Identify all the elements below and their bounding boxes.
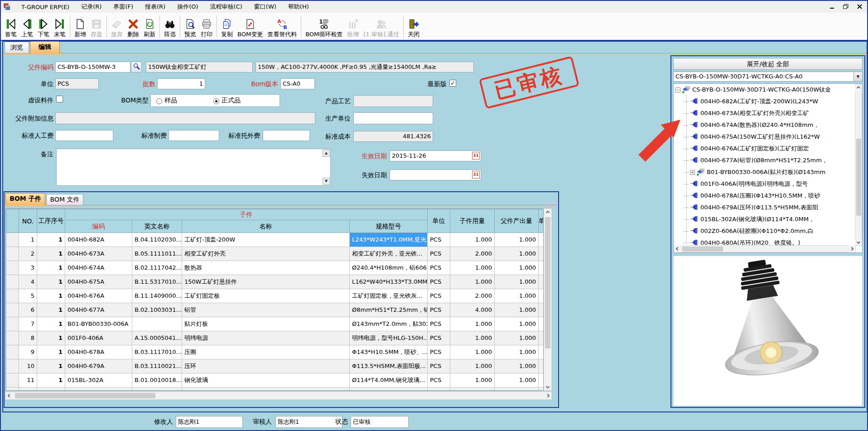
- tree-item[interactable]: 004H0-677A(铝管)(Ø8mm*H51*T2.25mm，: [674, 155, 855, 166]
- table-cell[interactable]: 压环: [182, 359, 350, 373]
- toolbar-button[interactable]: 打印: [198, 14, 215, 40]
- scroll-left-button[interactable]: [674, 245, 681, 252]
- table-cell[interactable]: [539, 373, 544, 387]
- table-cell[interactable]: 2.000: [450, 247, 495, 261]
- toolbar-button[interactable]: 下笔: [35, 14, 52, 40]
- table-cell[interactable]: 004H0-677A: [65, 303, 132, 317]
- table-cell[interactable]: 4: [19, 275, 37, 289]
- calendar-icon[interactable]: 31: [472, 152, 480, 160]
- table-cell[interactable]: B.04.1102030...: [132, 233, 182, 247]
- table-cell[interactable]: 压圈: [182, 345, 350, 359]
- table-cell[interactable]: 1.000: [450, 233, 495, 247]
- virtual-part-checkbox[interactable]: [56, 96, 63, 102]
- table-cell[interactable]: 150W工矿灯悬挂件: [182, 275, 350, 289]
- table-cell[interactable]: Φ110*Φ2.0，白色硅胶...: [350, 387, 428, 391]
- scroll-up-button[interactable]: [855, 84, 862, 92]
- table-cell[interactable]: 5: [19, 289, 37, 303]
- table-cell[interactable]: L162*W40*H133*T3.0MM,...: [350, 275, 428, 289]
- col-header-code[interactable]: 编码: [65, 220, 132, 233]
- menu-item[interactable]: 操作(O): [171, 1, 204, 13]
- table-cell[interactable]: 散热器: [182, 261, 350, 275]
- menu-item[interactable]: 记录(R): [75, 1, 107, 13]
- table-cell[interactable]: 铝管: [182, 303, 350, 317]
- table-cell[interactable]: 1: [37, 345, 65, 359]
- table-cell[interactable]: 4.000: [450, 303, 495, 317]
- table-cell[interactable]: 1.000: [450, 331, 495, 345]
- scroll-up-button[interactable]: ▲: [323, 150, 330, 157]
- toolbar-button[interactable]: 上笔: [19, 14, 35, 40]
- table-cell[interactable]: PCS: [428, 317, 450, 331]
- table-cell[interactable]: 004H0-678A: [65, 345, 132, 359]
- scroll-left-button[interactable]: [6, 392, 13, 399]
- close-icon[interactable]: [856, 4, 863, 10]
- table-cell[interactable]: 1: [37, 373, 65, 387]
- table-cell[interactable]: PCS: [428, 359, 450, 373]
- table-cell[interactable]: 1.000: [495, 331, 539, 345]
- col-header-qty[interactable]: 子件用量: [450, 209, 495, 233]
- parent-code-field[interactable]: CS-BYB-O-150MW-3: [55, 62, 130, 73]
- collapse-icon[interactable]: −: [675, 87, 680, 92]
- table-cell[interactable]: 2: [19, 247, 37, 261]
- tree-item[interactable]: 004H0-676A(工矿灯固定板)(工矿灯固定: [674, 143, 855, 155]
- tree-item[interactable]: 004H0-680A(吊环)(M20、铁度铬。): [674, 237, 855, 245]
- table-hscrollbar[interactable]: [5, 392, 552, 400]
- parent-code-search-button[interactable]: [131, 62, 142, 73]
- eff-date-field[interactable]: 2015-11-26: [390, 150, 481, 161]
- table-cell[interactable]: A.15.0005041...: [132, 331, 182, 345]
- std-out-field[interactable]: [263, 130, 310, 141]
- toolbar-button[interactable]: 关闭: [405, 14, 422, 40]
- row-selector[interactable]: [6, 373, 19, 387]
- table-cell[interactable]: 1.000: [495, 247, 539, 261]
- remark-textarea[interactable]: ▲ ▼: [56, 149, 331, 186]
- tree-item[interactable]: 004H0-673A(相变工矿灯外壳)(相变工矿: [674, 107, 855, 119]
- table-cell[interactable]: PCS: [428, 289, 450, 303]
- table-cell[interactable]: 1.000: [450, 275, 495, 289]
- vscroll-thumb[interactable]: [545, 217, 550, 349]
- table-cell[interactable]: 1.000: [450, 261, 495, 275]
- col-header-en-name[interactable]: 英文名称: [132, 220, 182, 233]
- table-cell[interactable]: 004H0-675A: [65, 275, 132, 289]
- calendar-icon[interactable]: 31: [472, 171, 480, 179]
- table-cell[interactable]: 2.000: [450, 387, 495, 391]
- menu-item[interactable]: 流程审核(C): [204, 1, 248, 13]
- table-cell[interactable]: 1.000: [495, 387, 539, 391]
- toolbar-button[interactable]: 1BOM循环检查: [303, 14, 345, 40]
- table-cell[interactable]: [539, 261, 544, 275]
- table-cell[interactable]: [539, 233, 544, 247]
- table-cell[interactable]: [539, 345, 544, 359]
- table-cell[interactable]: 1: [37, 359, 65, 373]
- table-cell[interactable]: [539, 289, 544, 303]
- table-cell[interactable]: 11: [19, 373, 37, 387]
- table-cell[interactable]: 8: [19, 331, 37, 345]
- table-cell[interactable]: 9: [19, 345, 37, 359]
- table-cell[interactable]: B.02.1117042...: [132, 261, 182, 275]
- col-header-unit[interactable]: 单位: [428, 209, 450, 233]
- table-cell[interactable]: 015BL-302A: [65, 373, 132, 387]
- row-selector[interactable]: [6, 275, 19, 289]
- col-header-extra[interactable]: 单: [539, 209, 544, 233]
- scroll-right-button[interactable]: [544, 392, 551, 399]
- col-header-name[interactable]: 名称: [182, 220, 350, 233]
- tree-item[interactable]: 004H0-678A(压圈)(Φ143*H10.5MM，喷砂: [674, 190, 855, 202]
- row-selector[interactable]: [6, 331, 19, 345]
- table-cell[interactable]: [539, 247, 544, 261]
- std-mfg-field[interactable]: [169, 130, 219, 141]
- toolbar-button[interactable]: 复制: [219, 14, 235, 40]
- table-cell[interactable]: Ø8mm*H51*T2.25mm，铝6...: [350, 303, 428, 317]
- table-cell[interactable]: 1: [37, 331, 65, 345]
- scroll-down-button[interactable]: [544, 383, 551, 390]
- row-selector[interactable]: [6, 303, 19, 317]
- table-cell[interactable]: 1.000: [495, 317, 539, 331]
- table-cell[interactable]: 明纬电源: [182, 331, 350, 345]
- prod-unit-field[interactable]: [353, 112, 433, 124]
- table-cell[interactable]: 004H0-682A: [65, 233, 132, 247]
- tree-vscrollbar[interactable]: [855, 84, 862, 246]
- tree-item[interactable]: 015BL-302A(钢化玻璃)(Ø114*T4.0MM，: [674, 213, 855, 225]
- table-cell[interactable]: 1.000: [495, 373, 539, 387]
- table-cell[interactable]: 1.000: [450, 317, 495, 331]
- tree-item[interactable]: 001F0-406A(明纬电源)(明纬电源，型号: [674, 178, 855, 190]
- row-selector[interactable]: [6, 387, 19, 391]
- row-selector[interactable]: [6, 261, 19, 275]
- table-cell[interactable]: Ø114*T4.0MM,钢化玻璃...: [350, 373, 428, 387]
- table-cell[interactable]: 1.000: [495, 275, 539, 289]
